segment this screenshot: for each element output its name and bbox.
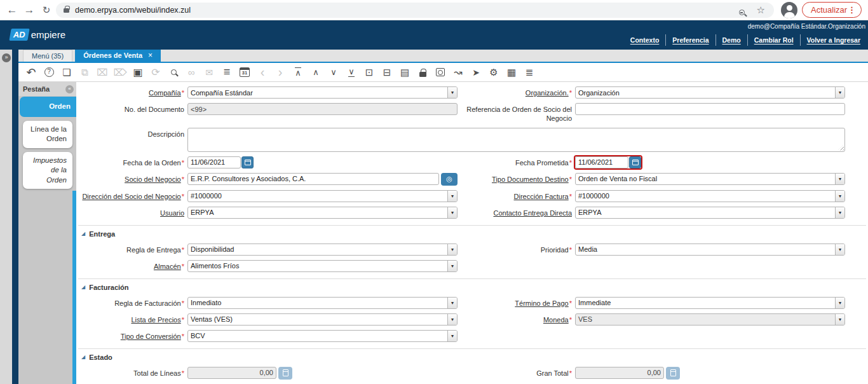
tab-ordenes-de-venta[interactable]: Órdenes de Venta ×	[75, 50, 161, 62]
browser-back-icon[interactable]: ←	[6, 0, 18, 20]
field-company[interactable]: Compañía Estándar▾	[187, 86, 458, 99]
field-target-document-type[interactable]: Orden de Venta no Fiscal▾	[575, 173, 845, 185]
field-payment-term[interactable]: Immediate▾	[575, 297, 845, 309]
browser-forward-icon[interactable]: →	[23, 0, 36, 20]
field-drop-ship-contact[interactable]: ERPYA▾	[575, 207, 845, 219]
company-dropdown-button[interactable]: ▾	[447, 87, 457, 98]
label-currency[interactable]: Moneda*	[464, 313, 572, 324]
next-record-icon[interactable]: ∨	[325, 63, 342, 81]
tab-menu[interactable]: Menú (35)	[23, 50, 72, 62]
last-record-icon[interactable]: ∨	[342, 63, 360, 81]
field-description[interactable]	[187, 128, 845, 152]
price-list-dropdown-button[interactable]: ▾	[447, 314, 457, 325]
print-icon[interactable]: ▤	[396, 63, 414, 81]
label-user[interactable]: Usuario	[76, 207, 184, 217]
sidebar-tab-impuestos-de-la-orden[interactable]: Impuestos de la Orden	[23, 152, 72, 189]
url-bar[interactable]: demo.erpya.com/webui/index.zul ☆	[56, 3, 774, 18]
field-organization[interactable]: Organización▾	[575, 86, 845, 99]
section-header-entrega[interactable]: ◢Entrega	[81, 230, 868, 238]
user-dropdown-button[interactable]: ▾	[447, 207, 457, 218]
field-warehouse[interactable]: Alimentos Fríos▾	[187, 260, 458, 272]
workflow-icon[interactable]: ↝	[449, 63, 467, 81]
label-warehouse[interactable]: Almacén*	[76, 260, 184, 271]
help-icon[interactable]: ?	[40, 63, 58, 81]
label-organization[interactable]: Organización.*	[464, 86, 572, 97]
header-link-cambiar-rol[interactable]: Cambiar Rol	[748, 34, 801, 46]
url-text[interactable]: demo.erpya.com/webui/index.zul	[75, 3, 191, 18]
report-view-icon[interactable]: ≣	[520, 63, 538, 81]
send-mail-icon[interactable]: ➤	[467, 63, 485, 81]
sidebar-tab-linea-de-la-orden[interactable]: Línea de la Orden	[23, 121, 72, 148]
section-header-facturacion[interactable]: ◢Facturación	[81, 284, 868, 291]
organization-dropdown-button[interactable]: ▾	[835, 87, 844, 98]
invoice-rule-dropdown-button[interactable]: ▾	[447, 298, 457, 308]
field-business-partner[interactable]: E.R.P. Consultores y Asociados, C.A.	[187, 173, 439, 185]
browser-menu-icon[interactable]: ⋮	[848, 5, 856, 15]
grid-toggle-icon[interactable]: ≡	[218, 63, 236, 81]
field-delivery-rule[interactable]: Disponibilidad▾	[187, 243, 458, 256]
label-target-document-type[interactable]: Tipo Documento Destino*	[464, 173, 572, 184]
ssl-lock-icon[interactable]	[64, 8, 69, 13]
field-invoice-rule[interactable]: Inmediato▾	[187, 297, 458, 309]
report-icon[interactable]: ⊡	[360, 63, 378, 81]
label-company[interactable]: Compañía*	[76, 86, 184, 97]
conversion-type-dropdown-button[interactable]: ▾	[447, 331, 457, 341]
priority-dropdown-button[interactable]: ▾	[835, 244, 844, 255]
date-promised-calendar-button[interactable]	[629, 156, 641, 168]
field-user[interactable]: ERPYA▾	[187, 207, 458, 219]
label-conversion-type[interactable]: Tipo de Conversión*	[76, 330, 184, 341]
field-price-list[interactable]: Ventas (VES)▾	[187, 313, 458, 326]
grand-total-calculator-button[interactable]	[666, 367, 680, 380]
total-lines-calculator-button[interactable]	[278, 367, 292, 380]
save-icon[interactable]: ▣	[129, 63, 147, 81]
archive-icon[interactable]: ⊟	[378, 63, 396, 81]
browser-reload-icon[interactable]: ↻	[40, 0, 53, 20]
first-record-icon[interactable]: ∧	[289, 63, 307, 81]
section-header-estado[interactable]: ◢Estado	[81, 353, 868, 361]
label-business-partner[interactable]: Socio del Negocio*	[76, 173, 184, 184]
header-link-volver-a-ingresar[interactable]: Volver a Ingresar	[801, 34, 867, 46]
find-icon[interactable]	[165, 63, 182, 81]
drop-ship-contact-dropdown-button[interactable]: ▾	[835, 207, 844, 218]
collapse-triangle-icon[interactable]: ◢	[81, 354, 85, 360]
date-ordered-calendar-button[interactable]	[241, 156, 254, 168]
label-price-list[interactable]: Lista de Precios*	[76, 313, 184, 324]
field-conversion-type[interactable]: BCV▾	[187, 330, 458, 342]
collapse-triangle-icon[interactable]: ◢	[81, 284, 85, 290]
profile-avatar[interactable]	[781, 2, 797, 18]
header-link-contexto[interactable]: Contexto	[624, 34, 667, 46]
resize-handle-icon[interactable]	[838, 145, 844, 151]
business-partner-lookup-button[interactable]: ◎	[441, 173, 458, 186]
header-link-demo[interactable]: Demo	[716, 34, 748, 46]
warehouse-dropdown-button[interactable]: ▾	[447, 261, 457, 271]
field-date-ordered[interactable]: 11/06/2021	[187, 156, 241, 168]
label-bp-address[interactable]: Dirección del Socio del Negocio*	[76, 190, 184, 201]
delivery-rule-dropdown-button[interactable]: ▾	[447, 244, 457, 255]
new-record-icon[interactable]: ❏	[58, 63, 76, 81]
field-bp-address[interactable]: #1000000▾	[187, 190, 458, 202]
label-drop-ship-contact[interactable]: Contacto Entrega Directa	[464, 207, 572, 217]
previous-record-icon[interactable]: ∧	[307, 63, 325, 81]
target-document-type-dropdown-button[interactable]: ▾	[835, 174, 844, 184]
settings-icon[interactable]: ⚙	[485, 63, 503, 81]
close-tab-icon[interactable]: ×	[148, 50, 153, 62]
product-info-icon[interactable]: ▦	[503, 63, 520, 81]
invoice-address-dropdown-button[interactable]: ▾	[835, 191, 844, 202]
undo-icon[interactable]: ↶	[22, 63, 40, 81]
expand-menu-button[interactable]: »	[2, 53, 11, 62]
label-payment-term[interactable]: Término de Pago*	[464, 297, 572, 308]
collapse-sidebar-button[interactable]: «	[65, 85, 74, 93]
zoom-document-icon[interactable]	[431, 63, 449, 81]
zoom-out-icon[interactable]	[739, 6, 745, 18]
update-browser-button[interactable]: Actualizar ⋮	[802, 2, 862, 18]
payment-term-dropdown-button[interactable]: ▾	[835, 298, 844, 308]
bookmark-star-icon[interactable]: ☆	[757, 3, 765, 18]
header-link-preferencia[interactable]: Preferencia	[666, 34, 715, 46]
currency-dropdown-button[interactable]: ▾	[835, 314, 844, 325]
collapse-triangle-icon[interactable]: ◢	[81, 231, 85, 237]
label-invoice-address[interactable]: Dirección Factura*	[464, 190, 572, 201]
bp-address-dropdown-button[interactable]: ▾	[447, 191, 457, 202]
field-bp-order-reference[interactable]	[575, 103, 845, 115]
sidebar-tab-orden[interactable]: Orden	[20, 97, 76, 117]
field-priority[interactable]: Media▾	[575, 243, 845, 256]
